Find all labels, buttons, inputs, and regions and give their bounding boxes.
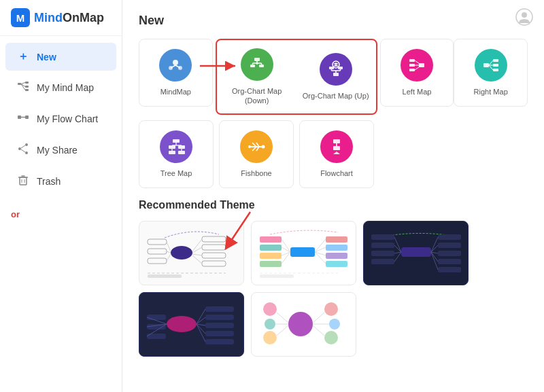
svg-rect-108 bbox=[326, 253, 347, 259]
svg-rect-141 bbox=[205, 315, 234, 320]
svg-rect-85 bbox=[202, 236, 226, 242]
svg-point-78 bbox=[248, 145, 251, 148]
sidebar-item-new[interactable]: ＋ New bbox=[5, 43, 116, 71]
recommended-title: Recommended Theme bbox=[139, 199, 528, 211]
svg-text:M: M bbox=[16, 12, 25, 24]
svg-line-131 bbox=[394, 245, 401, 252]
svg-rect-50 bbox=[409, 69, 415, 71]
svg-rect-2 bbox=[18, 83, 21, 85]
svg-point-84 bbox=[171, 246, 192, 260]
svg-rect-101 bbox=[290, 247, 315, 257]
template-org-chart-up[interactable]: Org-Chart Map (Up) bbox=[299, 43, 373, 111]
svg-marker-81 bbox=[333, 152, 340, 154]
theme-card-1[interactable] bbox=[139, 221, 244, 285]
svg-rect-58 bbox=[483, 63, 489, 67]
svg-rect-128 bbox=[371, 251, 394, 256]
logo-icon: M bbox=[11, 8, 30, 27]
svg-line-134 bbox=[431, 237, 438, 252]
template-right-map[interactable]: Right Map bbox=[454, 39, 528, 107]
svg-rect-144 bbox=[205, 339, 234, 344]
svg-line-52 bbox=[415, 60, 422, 65]
svg-rect-3 bbox=[25, 82, 29, 84]
svg-rect-30 bbox=[254, 58, 260, 61]
plus-icon: ＋ bbox=[16, 50, 30, 64]
svg-rect-129 bbox=[371, 259, 394, 264]
theme-card-2[interactable] bbox=[251, 221, 356, 285]
org-chart-down-label: Org-Chart Map(Down) bbox=[232, 86, 282, 106]
new-section-title: New bbox=[139, 14, 528, 28]
sidebar-item-label: My Share bbox=[37, 145, 78, 156]
svg-line-97 bbox=[167, 251, 171, 253]
svg-rect-125 bbox=[438, 267, 461, 272]
tree-map-icon bbox=[160, 130, 192, 163]
svg-line-114 bbox=[315, 239, 326, 252]
svg-line-15 bbox=[21, 145, 25, 148]
template-fishbone[interactable]: Fishbone bbox=[219, 120, 294, 188]
svg-point-157 bbox=[263, 302, 277, 316]
svg-line-163 bbox=[277, 313, 288, 323]
share-icon bbox=[16, 143, 30, 158]
svg-rect-88 bbox=[202, 261, 226, 266]
theme-card-3[interactable] bbox=[363, 221, 469, 285]
svg-rect-86 bbox=[202, 245, 226, 250]
svg-point-23 bbox=[522, 12, 527, 18]
svg-point-161 bbox=[329, 319, 340, 329]
svg-line-54 bbox=[415, 65, 422, 70]
sidebar-item-label: New bbox=[37, 52, 56, 63]
svg-point-25 bbox=[173, 60, 178, 65]
template-left-map[interactable]: Left Map bbox=[380, 39, 454, 107]
svg-rect-9 bbox=[18, 115, 21, 119]
flowchart-icon bbox=[320, 130, 353, 163]
svg-rect-32 bbox=[259, 65, 264, 67]
svg-rect-122 bbox=[438, 243, 461, 248]
left-map-icon bbox=[401, 49, 433, 82]
sidebar-item-trash[interactable]: Trash bbox=[5, 167, 116, 196]
theme-1-preview bbox=[144, 224, 239, 282]
svg-rect-104 bbox=[260, 253, 282, 259]
template-tree-map[interactable]: Tree Map bbox=[139, 120, 214, 188]
svg-rect-120 bbox=[401, 247, 431, 257]
fishbone-label: Fishbone bbox=[241, 168, 271, 178]
org-chart-up-label: Org-Chart Map (Up) bbox=[303, 91, 369, 101]
mindmap-label: MindMap bbox=[160, 87, 191, 96]
theme-grid bbox=[139, 221, 528, 285]
sidebar-item-my-share[interactable]: My Share bbox=[5, 136, 116, 164]
svg-rect-49 bbox=[409, 64, 415, 67]
svg-rect-64 bbox=[169, 151, 175, 154]
sidebar-item-label: Trash bbox=[37, 176, 61, 187]
svg-rect-107 bbox=[326, 245, 347, 251]
svg-rect-62 bbox=[173, 139, 180, 143]
second-template-row: Tree Map Fishbone bbox=[139, 120, 528, 188]
user-icon-area[interactable] bbox=[515, 8, 533, 29]
svg-rect-66 bbox=[178, 151, 185, 154]
svg-point-139 bbox=[167, 316, 197, 332]
org-chart-up-icon bbox=[320, 53, 352, 86]
svg-rect-87 bbox=[202, 253, 226, 258]
svg-rect-80 bbox=[333, 146, 340, 150]
svg-point-160 bbox=[324, 302, 338, 316]
svg-rect-142 bbox=[205, 323, 234, 328]
theme-card-4[interactable] bbox=[139, 292, 244, 357]
flowchart-label: Flowchart bbox=[320, 168, 353, 178]
svg-rect-109 bbox=[326, 261, 347, 267]
theme-4-preview bbox=[144, 296, 239, 353]
theme-card-5[interactable] bbox=[251, 292, 356, 357]
sidebar-item-label: My Mind Map bbox=[37, 82, 94, 93]
or-label: or bbox=[0, 204, 122, 225]
template-mindmap[interactable]: MindMap bbox=[139, 39, 213, 107]
svg-line-95 bbox=[192, 255, 202, 264]
sidebar-item-my-mind-map[interactable]: My Mind Map bbox=[5, 73, 116, 102]
svg-rect-17 bbox=[20, 177, 27, 185]
fishbone-icon bbox=[240, 130, 273, 163]
svg-rect-100 bbox=[148, 274, 182, 278]
tree-map-label: Tree Map bbox=[160, 168, 192, 178]
template-org-chart-down[interactable]: Org-Chart Map(Down) bbox=[220, 43, 294, 111]
svg-rect-105 bbox=[260, 261, 282, 267]
svg-rect-123 bbox=[438, 251, 461, 256]
right-map-icon bbox=[475, 49, 507, 82]
sidebar-item-my-flow-chart[interactable]: My Flow Chart bbox=[5, 105, 116, 133]
svg-line-165 bbox=[277, 325, 288, 336]
svg-rect-90 bbox=[148, 249, 167, 254]
svg-line-130 bbox=[394, 237, 401, 252]
template-flowchart[interactable]: Flowchart bbox=[299, 120, 374, 188]
